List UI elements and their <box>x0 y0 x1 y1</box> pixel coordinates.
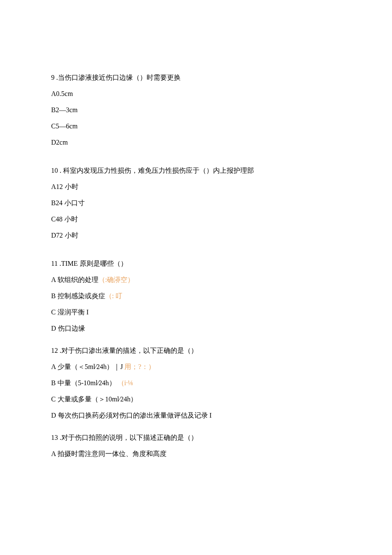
question-9-option-c: C5—6cm <box>51 121 341 131</box>
question-11-option-c: C 湿润平衡 I <box>51 307 341 317</box>
question-10: 10 . 科室内发现压力性损伤，难免压力性损伤应于（）内上报护理部 A12 小时… <box>51 166 341 241</box>
document-page: 9 .当伤口渗液接近伤口边缘（）时需要更换 A0.5cm B2—3cm C5—6… <box>0 0 392 555</box>
question-10-option-a: A12 小时 <box>51 182 341 192</box>
question-11-option-b: B 控制感染或炎症（: 叮 <box>51 291 341 301</box>
question-9-option-d: D2cm <box>51 137 341 148</box>
question-12: 12 .对于伤口渗出液量的描述，以下正确的是（） A 少量（＜5ml⁄24h）｜… <box>51 346 341 421</box>
question-11-option-d: D 伤口边缘 <box>51 323 341 334</box>
question-11-option-b-annot: （: 叮 <box>105 292 122 299</box>
question-12-option-b-annot: （i·⅛ <box>118 379 133 386</box>
question-10-option-d: D72 小时 <box>51 230 341 241</box>
question-9-stem: 9 .当伤口渗液接近伤口边缘（）时需要更换 <box>51 73 341 83</box>
question-12-option-d: D 每次伤口换药必须对伤口的渗出液量做评估及记录 I <box>51 410 341 421</box>
question-10-option-c: C48 小时 <box>51 214 341 224</box>
question-13-stem: 13 .对于伤口拍照的说明，以下描述正确的是（） <box>51 433 341 443</box>
question-12-option-c: C 大量或多量（＞10ml⁄24h） <box>51 394 341 404</box>
question-11-stem: 11 .TIME 原则是哪些（） <box>51 259 341 269</box>
question-12-option-a-text: A 少量（＜5ml⁄24h）｜J <box>51 363 123 370</box>
question-11: 11 .TIME 原则是哪些（） A 软组织的处理（:确漭空） B 控制感染或炎… <box>51 259 341 334</box>
question-12-stem: 12 .对于伤口渗出液量的描述，以下正确的是（） <box>51 346 341 356</box>
question-11-option-a: A 软组织的处理（:确漭空） <box>51 275 341 285</box>
question-13: 13 .对于伤口拍照的说明，以下描述正确的是（） A 拍摄时需注意同一体位、角度… <box>51 433 341 459</box>
question-12-option-a-annot: 用；?：） <box>123 363 155 370</box>
question-12-option-b: B 中量（5-10ml⁄24h） （i·⅛ <box>51 378 341 388</box>
question-12-option-b-text: B 中量（5-10ml⁄24h） <box>51 379 116 386</box>
question-9: 9 .当伤口渗液接近伤口边缘（）时需要更换 A0.5cm B2—3cm C5—6… <box>51 73 341 148</box>
question-9-option-a: A0.5cm <box>51 89 341 99</box>
question-12-option-a: A 少量（＜5ml⁄24h）｜J 用；?：） <box>51 362 341 372</box>
question-9-option-b: B2—3cm <box>51 105 341 115</box>
question-11-option-a-text: A 软组织的处理 <box>51 276 98 283</box>
question-11-option-b-text: B 控制感染或炎症 <box>51 292 105 299</box>
question-10-option-b: B24 小口寸 <box>51 198 341 208</box>
question-10-stem: 10 . 科室内发现压力性损伤，难免压力性损伤应于（）内上报护理部 <box>51 166 341 176</box>
question-11-option-a-annot: （:确漭空） <box>98 276 134 283</box>
question-13-option-a: A 拍摄时需注意同一体位、角度和高度 <box>51 449 341 459</box>
